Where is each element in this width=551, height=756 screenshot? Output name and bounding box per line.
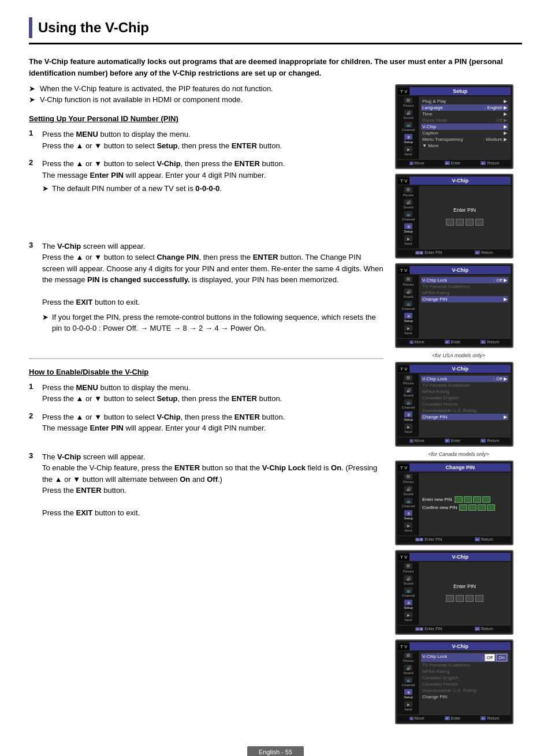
tv-screen-setup-titlebar: T V Setup: [398, 87, 511, 95]
tv-label-5: T V: [398, 465, 409, 471]
menu-vchip: V-Chip▶: [421, 123, 508, 130]
step-1-1-num: 1: [29, 129, 39, 137]
page-title: Using the V-Chip: [38, 20, 149, 36]
bullet-arrow-1: ➤: [29, 84, 35, 93]
menu-more: ▼ More: [421, 143, 508, 149]
tv-screen-title-6: V-Chip: [409, 553, 511, 561]
bullet-arrow-2: ➤: [29, 95, 35, 104]
tv-main-2: Enter PIN: [419, 186, 511, 249]
tv-body-2: 🖼Picture 🔊Sound 📺Channel ⚙Setup ▶Input E…: [398, 186, 511, 249]
pin-box-2: [456, 219, 464, 226]
sb5-channel: 📺Channel: [399, 498, 418, 508]
sb2-sound-icon: 🔊: [404, 199, 412, 205]
step-2-3: 3 The V-Chip screen will appear. To enab…: [29, 451, 384, 519]
new-pin-1: [455, 496, 463, 503]
tv-footer-1: ↕ Move ↵ Enter ↩ Return: [398, 159, 511, 166]
tv-screen-vchip-canada: T V V-Chip 🖼Picture 🔊Sound 📺Channel ⚙Set…: [395, 362, 513, 447]
footer-badge: English - 55: [247, 746, 304, 756]
new-pin-2: [464, 496, 472, 503]
sb5-setup: ⚙Setup: [399, 510, 418, 520]
footer-move: ↕ Move: [409, 161, 425, 165]
step-1-1: 1 Press the MENU button to display the m…: [29, 129, 384, 151]
return-icon-6: ↩: [475, 627, 480, 631]
step-1-1-content: Press the MENU button to display the men…: [42, 129, 282, 151]
step-2-3-num: 3: [29, 451, 39, 460]
enter-pin-label-2: Enter PIN: [453, 583, 476, 589]
footer-return-4: ↩Return: [481, 439, 499, 443]
tv-body-6: 🖼Picture 🔊Sound 📺Channel ⚙Setup ▶Input E…: [398, 562, 511, 625]
change-pin-row-1: Enter new PIN: [422, 496, 507, 503]
pin-box-4: [475, 219, 483, 226]
menu-change-pin-ca: Change PIN▶: [421, 414, 508, 420]
pin-box-5: [446, 595, 454, 602]
tv-label-7: T V: [398, 643, 409, 650]
sb4-setup-icon: ⚙: [404, 411, 412, 417]
tv-main-7: V-Chip Lock : Off On TV Parental Guideli…: [419, 652, 511, 714]
sb5-input: ▶Input: [399, 522, 418, 532]
sb2-channel-icon: 📺: [404, 211, 412, 217]
enter-icon-4: ↵: [445, 439, 450, 443]
enter-icon-7: ↵: [445, 716, 450, 720]
step-1-2-sub: ➤ The default PIN number of a new TV set…: [42, 183, 285, 194]
menu-mpaa-ca: MPAA Rating: [421, 388, 508, 395]
footer-return-6: ↩Return: [475, 627, 493, 631]
step-1-3: 3 The V-Chip screen will appear. Press t…: [29, 241, 384, 334]
footer-move-3: ↕Move: [409, 340, 425, 344]
tv-main-5: Enter new PIN Confirm new PIN: [419, 473, 511, 536]
sb2-input: ▶Input: [399, 235, 418, 245]
tv-sidebar-3: 🖼Picture 🔊Sound 📺Channel ⚙Setup ▶Input: [398, 275, 419, 338]
sb7-setup-icon: ⚙: [404, 689, 412, 695]
sb2-channel: 📺Channel: [399, 211, 418, 221]
sb3-picture: 🖼Picture: [399, 276, 418, 286]
tv-body-5: 🖼Picture 🔊Sound 📺Channel ⚙Setup ▶Input E…: [398, 473, 511, 536]
enter-pin-label: Enter PIN: [453, 207, 476, 213]
menu-plug-play: Plug & Play▶: [421, 98, 508, 104]
sb3-picture-icon: 🖼: [404, 276, 412, 282]
menu-mpaa: MPAA Rating: [421, 290, 508, 296]
tv-main-4: V-Chip Lock: Off ▶ TV Parental Guideline…: [419, 374, 511, 437]
footer-return-2: ↩ Return: [475, 250, 493, 255]
sidebar-setup: ⚙ Setup: [399, 134, 418, 144]
sound-icon: 🔊: [404, 110, 412, 115]
step-2-1: 1 Press the MENU button to display the m…: [29, 382, 384, 405]
sb5-channel-icon: 📺: [404, 498, 412, 504]
sb3-input-icon: ▶: [404, 325, 412, 331]
pin-box-3: [466, 219, 474, 226]
tv-screen-enter-pin-2: T V V-Chip 🖼Picture 🔊Sound 📺Channel ⚙Set…: [395, 550, 513, 635]
sb6-sound: 🔊Sound: [399, 575, 418, 585]
sb5-picture: 🖼Picture: [399, 474, 418, 484]
sb6-picture-icon: 🖼: [404, 563, 412, 569]
footer-0-9: 0~9 Enter PIN: [415, 250, 442, 255]
confirm-pin-1: [459, 504, 467, 511]
tv-label-1: T V: [398, 88, 409, 95]
sb3-channel: 📺Channel: [399, 301, 418, 310]
step-1-2-num: 2: [29, 158, 39, 167]
tv-label-3: T V: [398, 267, 409, 274]
step-1-3-sub: ➤ If you forget the PIN, press the remot…: [42, 312, 384, 334]
tv-screen-title-5: Change PIN: [409, 463, 511, 471]
tv-sidebar-6: 🖼Picture 🔊Sound 📺Channel ⚙Setup ▶Input: [398, 562, 419, 625]
tv-sidebar-5: 🖼Picture 🔊Sound 📺Channel ⚙Setup ▶Input: [398, 473, 419, 536]
tv-screen-title-4: V-Chip: [409, 365, 511, 373]
menu-tv-parental: TV Parental Guidelines: [421, 283, 508, 290]
confirm-pin-2: [468, 504, 476, 511]
footer-return-5: ↩Return: [475, 537, 493, 541]
intro-text: The V-Chip feature automatically locks o…: [29, 56, 522, 78]
page-container: Using the V-Chip The V-Chip feature auto…: [0, 0, 551, 756]
enter-icon: ↵: [445, 161, 450, 165]
footer-enter-3: ↵Enter: [445, 340, 461, 344]
tv-screen-enter-pin-2-titlebar: T V V-Chip: [398, 553, 511, 561]
tv-footer-6: 0~9Enter PIN ↩Return: [398, 625, 511, 632]
step-1-2-content: Press the ▲ or ▼ button to select V-Chip…: [42, 158, 285, 194]
sb3-channel-icon: 📺: [404, 301, 412, 306]
menu-dl-rating: Downloadable U.S. Rating: [421, 407, 508, 414]
tv-label-4: T V: [398, 366, 409, 372]
sb7-channel: 📺Channel: [399, 677, 418, 687]
change-pin-row-2: Confirm new PIN: [422, 504, 507, 511]
tv-screen-vchip-usa: T V V-Chip 🖼Picture 🔊Sound 📺Channel ⚙Set…: [395, 263, 513, 348]
sb4-input-icon: ▶: [404, 424, 412, 429]
sidebar-input: ▶ Input: [399, 146, 418, 156]
pin-box-1: [446, 219, 454, 226]
step-2-2-num: 2: [29, 411, 39, 420]
tv-main-1: Plug & Play▶ Language: English ▶ Time▶ G…: [419, 96, 511, 159]
